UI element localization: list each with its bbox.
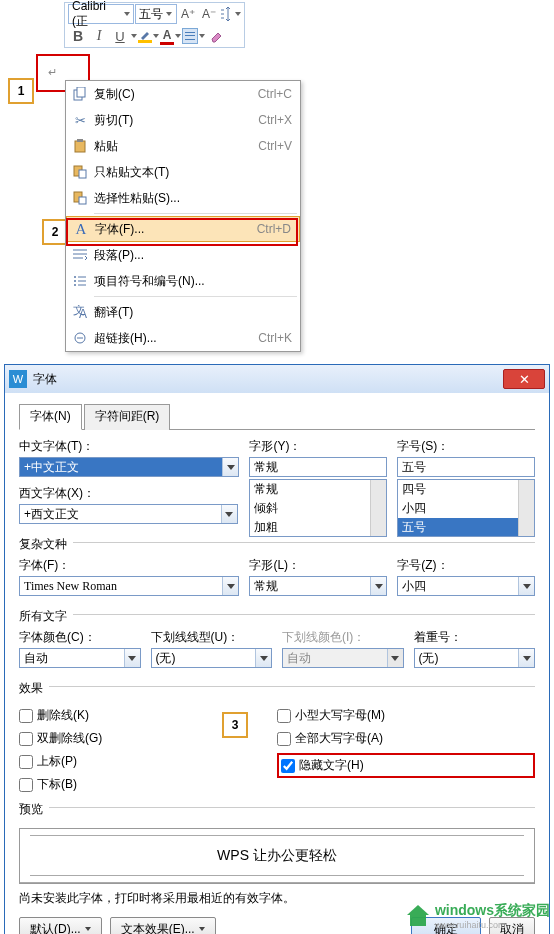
text-effect-button[interactable]: 文本效果(E)... (110, 917, 216, 934)
line-spacing-icon (220, 7, 234, 21)
chevron-down-icon (166, 12, 172, 16)
chk-hidden[interactable]: 隐藏文字(H) (281, 757, 364, 774)
chevron-down-icon (222, 458, 238, 476)
color-combo[interactable]: 自动 (19, 648, 141, 668)
underline-combo[interactable]: (无) (151, 648, 273, 668)
paragraph-icon (66, 248, 94, 262)
list-item[interactable]: 四号 (398, 480, 534, 499)
chevron-down-icon (235, 12, 241, 16)
chevron-down-icon (153, 34, 159, 38)
complex-section-title: 复杂文种 (19, 536, 67, 553)
close-button[interactable]: ✕ (503, 369, 545, 389)
chevron-down-icon (124, 12, 130, 16)
font-color-button[interactable]: A (160, 28, 181, 45)
default-button[interactable]: 默认(D)... (19, 917, 102, 934)
eraser-button[interactable] (206, 26, 226, 46)
grow-font-button[interactable]: A⁺ (178, 4, 198, 24)
tab-font[interactable]: 字体(N) (19, 404, 82, 430)
paste-icon (66, 139, 94, 153)
style-listbox[interactable]: 常规 倾斜 加粗 (249, 479, 387, 537)
chevron-down-icon (518, 577, 534, 595)
menu-copy[interactable]: 复制(C)Ctrl+C (66, 81, 300, 107)
document-cursor: ↵ (48, 66, 57, 79)
style-input[interactable]: 常规 (249, 457, 387, 477)
size-label: 字号(S)： (397, 438, 535, 455)
list-item[interactable]: 倾斜 (250, 499, 386, 518)
callout-3: 3 (222, 712, 248, 738)
font-color-icon: A (163, 28, 172, 42)
cstyle-label: 字形(L)： (249, 557, 387, 574)
list-item[interactable]: 加粗 (250, 518, 386, 537)
size-input[interactable]: 五号 (397, 457, 535, 477)
chevron-down-icon (85, 927, 91, 931)
svg-rect-3 (77, 139, 83, 142)
font-size-combo[interactable]: 五号 (135, 4, 177, 24)
callout-1: 1 (8, 78, 34, 104)
menu-paste[interactable]: 粘贴Ctrl+V (66, 133, 300, 159)
alltext-section-title: 所有文字 (19, 608, 67, 625)
shrink-font-button[interactable]: A⁻ (199, 4, 219, 24)
chk-superscript[interactable]: 上标(P) (19, 753, 277, 770)
list-item[interactable]: 五号 (398, 518, 534, 537)
menu-hyperlink[interactable]: 超链接(H)...Ctrl+K (66, 325, 300, 351)
chevron-down-icon (199, 927, 205, 931)
effects-section-title: 效果 (19, 680, 43, 697)
underline-color-label: 下划线颜色(I)： (282, 629, 404, 646)
font-dialog: W 字体 ✕ 字体(N) 字符间距(R) 中文字体(T)： +中文正文 字形(Y… (4, 364, 550, 934)
csize-combo[interactable]: 小四 (397, 576, 535, 596)
chevron-down-icon (221, 505, 237, 523)
menu-font[interactable]: A字体(F)...Ctrl+D (66, 216, 300, 242)
app-icon: W (9, 370, 27, 388)
tab-spacing[interactable]: 字符间距(R) (84, 404, 171, 430)
style-label: 字形(Y)： (249, 438, 387, 455)
underline-label: 下划线线型(U)： (151, 629, 273, 646)
font-size-value: 五号 (139, 6, 163, 23)
bullets-icon (66, 274, 94, 288)
italic-button[interactable]: I (89, 26, 109, 46)
chk-subscript[interactable]: 下标(B) (19, 776, 277, 793)
align-button[interactable] (182, 28, 205, 44)
bold-button[interactable]: B (68, 26, 88, 46)
svg-point-9 (74, 280, 76, 282)
highlight-button[interactable] (138, 30, 159, 43)
svg-point-10 (74, 284, 76, 286)
paste-text-icon (66, 165, 94, 179)
menu-paste-special[interactable]: 选择性粘贴(S)... (66, 185, 300, 211)
svg-text:A: A (79, 307, 87, 319)
menu-translate[interactable]: 文A翻译(T) (66, 299, 300, 325)
tab-strip: 字体(N) 字符间距(R) (19, 403, 535, 430)
scrollbar[interactable] (518, 480, 534, 536)
list-item[interactable]: 常规 (250, 480, 386, 499)
menu-cut[interactable]: ✂剪切(T)Ctrl+X (66, 107, 300, 133)
font-name-combo[interactable]: Calibri (正 (68, 4, 134, 24)
watermark-text: windows系统家园 (435, 902, 550, 920)
menu-bullets[interactable]: 项目符号和编号(N)... (66, 268, 300, 294)
watermark: windows系统家园 www.ruihaitu.com (405, 902, 550, 930)
cn-font-combo[interactable]: +中文正文 (19, 457, 239, 477)
list-item[interactable]: 小四 (398, 499, 534, 518)
align-icon (182, 28, 198, 44)
cfont-label: 字体(F)： (19, 557, 239, 574)
en-font-combo[interactable]: +西文正文 (19, 504, 238, 524)
en-font-label: 西文字体(X)： (19, 485, 238, 502)
size-listbox[interactable]: 四号 小四 五号 (397, 479, 535, 537)
menu-paragraph[interactable]: 段落(P)... (66, 242, 300, 268)
dialog-titlebar[interactable]: W 字体 ✕ (5, 365, 549, 393)
underline-button[interactable]: U (110, 26, 137, 46)
chevron-down-icon (387, 649, 403, 667)
cstyle-combo[interactable]: 常规 (249, 576, 387, 596)
menu-paste-text[interactable]: 只粘贴文本(T) (66, 159, 300, 185)
preview-section-title: 预览 (19, 801, 43, 818)
font-icon: A (67, 221, 95, 238)
line-spacing-button[interactable] (220, 7, 241, 21)
chevron-down-icon (518, 649, 534, 667)
emphasis-combo[interactable]: (无) (414, 648, 536, 668)
cfont-combo[interactable]: Times New Roman (19, 576, 239, 596)
chk-allcaps[interactable]: 全部大写字母(A) (277, 730, 535, 747)
menu-separator (94, 213, 297, 214)
scrollbar[interactable] (370, 480, 386, 536)
chevron-down-icon (370, 577, 386, 595)
underline-color-combo: 自动 (282, 648, 404, 668)
chevron-down-icon (255, 649, 271, 667)
chk-smallcaps[interactable]: 小型大写字母(M) (277, 707, 535, 724)
